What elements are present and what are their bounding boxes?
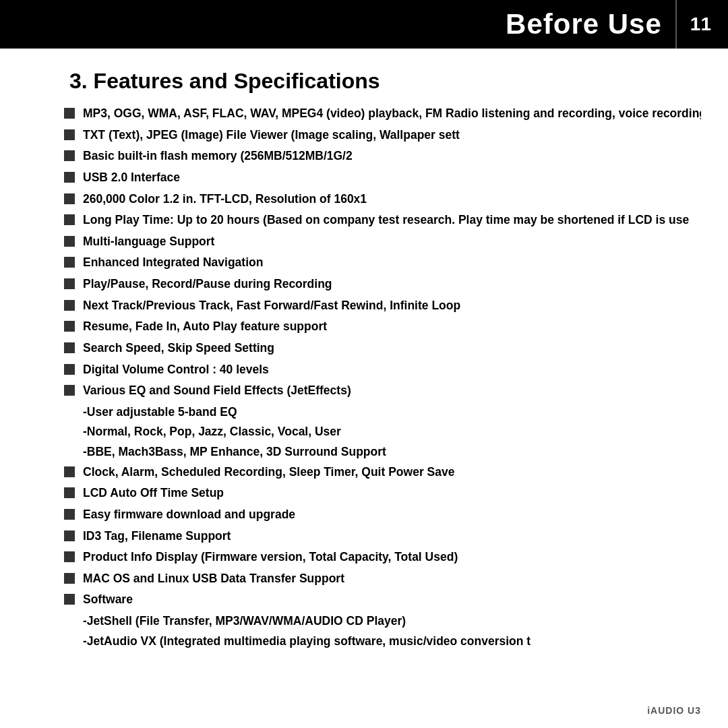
sub-item: -BBE, Mach3Bass, MP Enhance, 3D Surround… bbox=[83, 444, 701, 460]
bullet-icon bbox=[64, 594, 75, 605]
bullet-text: Next Track/Previous Track, Fast Forward/… bbox=[83, 298, 701, 314]
list-item: MP3, OGG, WMA, ASF, FLAC, WAV, MPEG4 (vi… bbox=[64, 106, 701, 122]
list-item: 260,000 Color 1.2 in. TFT-LCD, Resolutio… bbox=[64, 191, 701, 208]
bullet-icon bbox=[64, 321, 75, 332]
bullet-text: MP3, OGG, WMA, ASF, FLAC, WAV, MPEG4 (vi… bbox=[83, 106, 701, 122]
sub-item: -JetShell (File Transfer, MP3/WAV/WMA/AU… bbox=[83, 613, 701, 630]
list-item: Product Info Display (Firmware version, … bbox=[64, 549, 701, 566]
list-item: MAC OS and Linux USB Data Transfer Suppo… bbox=[64, 571, 701, 587]
bullet-icon bbox=[64, 108, 75, 119]
list-item: Multi-language Support bbox=[64, 234, 701, 250]
list-item: Various EQ and Sound Field Effects (JetE… bbox=[64, 383, 701, 399]
bullet-icon bbox=[64, 487, 75, 498]
footer-brand: iAUDIO U3 bbox=[647, 705, 701, 716]
bullet-icon bbox=[64, 385, 75, 396]
bullet-icon bbox=[64, 172, 75, 183]
bullet-icon bbox=[64, 300, 75, 311]
bullet-icon bbox=[64, 214, 75, 225]
list-item: Enhanced Integrated Navigation bbox=[64, 255, 701, 271]
bullet-icon bbox=[64, 129, 75, 140]
header: Before Use 11 bbox=[0, 0, 728, 49]
bullet-icon bbox=[64, 150, 75, 161]
bullet-text: Multi-language Support bbox=[83, 234, 701, 250]
bullet-icon bbox=[64, 530, 75, 541]
bullet-text: Product Info Display (Firmware version, … bbox=[83, 549, 701, 566]
bullet-text: LCD Auto Off Time Setup bbox=[83, 485, 701, 502]
bullet-text: Digital Volume Control : 40 levels bbox=[83, 362, 701, 378]
bullet-text: Resume, Fade In, Auto Play feature suppo… bbox=[83, 319, 701, 335]
sub-item: -Normal, Rock, Pop, Jazz, Classic, Vocal… bbox=[83, 424, 701, 440]
sub-item: -User adjustable 5-band EQ bbox=[83, 404, 701, 421]
bullet-text: Easy firmware download and upgrade bbox=[83, 507, 701, 523]
bullet-text: Search Speed, Skip Speed Setting bbox=[83, 340, 701, 357]
bullet-icon bbox=[64, 257, 75, 268]
bullet-icon bbox=[64, 364, 75, 375]
list-item: Software bbox=[64, 592, 701, 608]
features-list: MP3, OGG, WMA, ASF, FLAC, WAV, MPEG4 (vi… bbox=[64, 106, 701, 649]
bullet-text: USB 2.0 Interface bbox=[83, 170, 701, 186]
header-page-number: 11 bbox=[677, 13, 728, 35]
list-item: ID3 Tag, Filename Support bbox=[64, 528, 701, 545]
list-item: Digital Volume Control : 40 levels bbox=[64, 362, 701, 378]
section-title: 3. Features and Specifications bbox=[69, 69, 701, 94]
main-content: 3. Features and Specifications MP3, OGG,… bbox=[0, 49, 728, 667]
list-item: Play/Pause, Record/Pause during Recordin… bbox=[64, 276, 701, 293]
bullet-icon bbox=[64, 342, 75, 353]
bullet-text: Software bbox=[83, 592, 701, 608]
list-item: Resume, Fade In, Auto Play feature suppo… bbox=[64, 319, 701, 335]
bullet-icon bbox=[64, 551, 75, 562]
bullet-icon bbox=[64, 509, 75, 520]
list-item: Clock, Alarm, Scheduled Recording, Sleep… bbox=[64, 464, 701, 481]
bullet-text: TXT (Text), JPEG (Image) File Viewer (Im… bbox=[83, 127, 701, 144]
bullet-text: Basic built-in flash memory (256MB/512MB… bbox=[83, 148, 701, 164]
bullet-text: 260,000 Color 1.2 in. TFT-LCD, Resolutio… bbox=[83, 191, 701, 208]
bullet-text: ID3 Tag, Filename Support bbox=[83, 528, 701, 545]
sub-item: -JetAudio VX (Integrated multimedia play… bbox=[83, 634, 701, 650]
bullet-icon bbox=[64, 573, 75, 584]
bullet-icon bbox=[64, 193, 75, 204]
list-item: Basic built-in flash memory (256MB/512MB… bbox=[64, 148, 701, 164]
bullet-text: Play/Pause, Record/Pause during Recordin… bbox=[83, 276, 701, 293]
list-item: TXT (Text), JPEG (Image) File Viewer (Im… bbox=[64, 127, 701, 144]
header-title-area: Before Use 11 bbox=[506, 0, 728, 49]
header-title: Before Use bbox=[506, 8, 675, 40]
list-item: Long Play Time: Up to 20 hours (Based on… bbox=[64, 212, 701, 229]
bullet-text: Various EQ and Sound Field Effects (JetE… bbox=[83, 383, 701, 399]
bullet-text: Long Play Time: Up to 20 hours (Based on… bbox=[83, 212, 701, 229]
list-item: Easy firmware download and upgrade bbox=[64, 507, 701, 523]
list-item: USB 2.0 Interface bbox=[64, 170, 701, 186]
bullet-icon bbox=[64, 236, 75, 247]
list-item: LCD Auto Off Time Setup bbox=[64, 485, 701, 502]
bullet-text: Clock, Alarm, Scheduled Recording, Sleep… bbox=[83, 464, 701, 481]
bullet-text: MAC OS and Linux USB Data Transfer Suppo… bbox=[83, 571, 701, 587]
list-item: Next Track/Previous Track, Fast Forward/… bbox=[64, 298, 701, 314]
bullet-text: Enhanced Integrated Navigation bbox=[83, 255, 701, 271]
list-item: Search Speed, Skip Speed Setting bbox=[64, 340, 701, 357]
bullet-icon bbox=[64, 278, 75, 289]
bullet-icon bbox=[64, 466, 75, 477]
